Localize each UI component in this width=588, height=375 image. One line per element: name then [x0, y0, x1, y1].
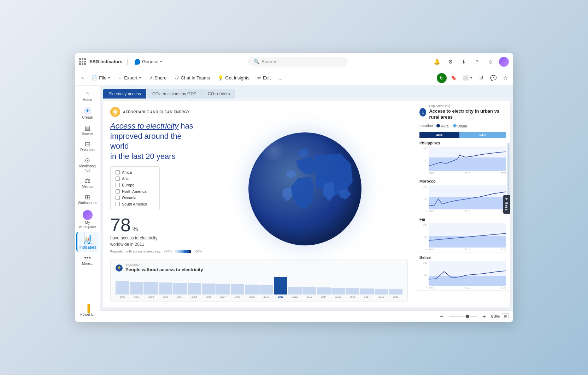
- report-category: AFFORDABLE AND CLEAN ENERGY: [123, 110, 190, 114]
- bar-chart-area: [116, 275, 402, 294]
- browse-icon: ▤: [84, 125, 90, 131]
- bar-2003: [159, 282, 172, 294]
- lightning-icon: ⚡: [116, 264, 123, 272]
- bar-label-2013: 2013: [302, 296, 316, 298]
- zoom-in-button[interactable]: +: [479, 311, 489, 321]
- checkbox-list: Africa Asia Europe: [110, 166, 160, 210]
- file-button[interactable]: 📄 File ▾: [88, 73, 113, 82]
- insights-label: Get insights: [225, 75, 249, 81]
- bar-label-2000: 2000: [116, 296, 129, 298]
- export-button[interactable]: ↔ Export ▾: [114, 73, 145, 82]
- legend-bar: Population with access to electricity: <…: [110, 250, 202, 253]
- checkbox-africa[interactable]: Africa: [116, 170, 154, 174]
- tab-co2gdp[interactable]: CO₂ emissions by GDP: [147, 89, 202, 99]
- report-canvas: AFFORDABLE AND CLEAN ENERGY Access to el…: [103, 101, 510, 308]
- filters-tab[interactable]: Filters: [503, 195, 510, 214]
- bar-label-2018: 2018: [375, 296, 388, 298]
- more-options-button[interactable]: ...: [275, 73, 286, 82]
- view-button[interactable]: ⬜▾: [461, 74, 474, 82]
- sidebar-item-powerbi[interactable]: ▐ Power BI: [76, 303, 99, 319]
- morocco-chart-wrap: 100500: [419, 185, 506, 213]
- edit-button[interactable]: ✏ Edit: [254, 73, 274, 82]
- legend-location-label: Location: [419, 124, 433, 128]
- chat-teams-button[interactable]: 🗨 Chat in Teams: [171, 73, 213, 82]
- checkbox-asia[interactable]: Asia: [116, 177, 154, 181]
- sidebar-item-metrics[interactable]: ⚖ Metrics: [76, 175, 99, 191]
- checkbox-europe[interactable]: Europe: [116, 183, 154, 187]
- sidebar-item-datahub[interactable]: ⊟ Data hub: [76, 139, 99, 154]
- search-input-wrap[interactable]: 🔍: [248, 57, 347, 66]
- bar-2002: [144, 282, 158, 294]
- refresh-button[interactable]: ↻: [437, 73, 447, 83]
- urban-dot: Urban: [453, 124, 467, 128]
- checkbox-oceania[interactable]: Oceania: [116, 196, 154, 200]
- zoom-out-button[interactable]: −: [437, 311, 447, 321]
- more-icon: •••: [84, 255, 91, 261]
- bar-label-2008: 2008: [231, 296, 245, 298]
- legend-max: >80%: [194, 250, 202, 253]
- export-chevron-icon: ▾: [139, 76, 141, 80]
- bar-2009: [245, 285, 259, 294]
- search-input[interactable]: [261, 59, 342, 64]
- sidebar-item-browse[interactable]: ▤ Browse: [76, 123, 99, 138]
- checkbox-southamerica[interactable]: South America: [116, 202, 154, 206]
- sun-icon: [110, 107, 120, 117]
- bar-label-2004: 2004: [173, 296, 187, 298]
- stat-desc1: have access to electricity: [110, 236, 202, 240]
- bar-label-2014: 2014: [317, 296, 331, 298]
- stat-unit: %: [131, 226, 138, 233]
- sidebar-label-home: Home: [83, 98, 92, 102]
- sidebar-item-home[interactable]: ⌂ Home: [76, 89, 99, 104]
- sidebar-item-monitoring[interactable]: ⊙ Monitoring hub: [76, 155, 99, 175]
- app-grid-icon[interactable]: [79, 58, 86, 65]
- charts-scroll[interactable]: Philippines 100500: [415, 138, 510, 308]
- sidebar-label-metrics: Metrics: [82, 185, 93, 189]
- cb-africa-box: [116, 170, 120, 174]
- bar-2008: [231, 284, 245, 294]
- bar-2012: [288, 287, 302, 294]
- tab-electricity[interactable]: Electricity access: [103, 89, 146, 99]
- search-icon: 🔍: [254, 59, 259, 64]
- sidebar-item-more[interactable]: ••• More...: [76, 252, 99, 268]
- app-window: ESG Indicators General ▾ 🔍 🔔 ⚙ ⬇ ? ☺ »: [75, 53, 513, 322]
- house-icon: ⌂: [419, 108, 426, 117]
- notifications-button[interactable]: 🔔: [432, 57, 442, 67]
- file-chevron-icon: ▾: [108, 76, 110, 80]
- report-title-highlight: Access to electricity: [110, 121, 178, 130]
- share-button[interactable]: ↗ Share: [145, 73, 170, 82]
- workspace-selector[interactable]: General ▾: [133, 58, 164, 66]
- sidebar-item-esg[interactable]: 📊 ESG Indicators: [76, 232, 99, 252]
- undo-button[interactable]: ↺: [476, 73, 486, 83]
- sidebar-item-create[interactable]: + Create: [76, 105, 99, 122]
- sidebar: ⌂ Home + Create ▤ Browse ⊟ Data hub ⊙ Mo…: [75, 86, 100, 322]
- get-insights-button[interactable]: 💡 Get insights: [214, 73, 253, 82]
- avatar[interactable]: [499, 57, 509, 67]
- zoom-slider[interactable]: [449, 316, 477, 317]
- download-button[interactable]: ⬇: [459, 57, 469, 67]
- tab-co2drivers[interactable]: CO₂ drivers: [202, 89, 235, 99]
- belize-x-labels: 200020102020: [429, 286, 506, 289]
- morocco-y-labels: 100500: [419, 185, 427, 213]
- urban-label: Urban: [457, 124, 467, 128]
- settings-button[interactable]: ⚙: [445, 57, 455, 67]
- checkbox-northamerica[interactable]: North America: [116, 189, 154, 194]
- sidebar-item-myworkspace[interactable]: My workspace: [76, 208, 99, 231]
- fit-to-screen-button[interactable]: ⊞: [502, 313, 509, 319]
- report-left: AFFORDABLE AND CLEAN ENERGY Access to el…: [103, 101, 415, 308]
- comment-button[interactable]: 💬: [488, 73, 498, 83]
- star-button[interactable]: ☆: [500, 73, 510, 83]
- fiji-chart: 200020102020: [429, 223, 506, 251]
- sidebar-item-workspaces[interactable]: ⊞ Workspaces: [76, 192, 99, 207]
- expand-toolbar-button[interactable]: »: [78, 73, 87, 82]
- bar-label-2001: 2001: [130, 296, 144, 298]
- help-button[interactable]: ?: [472, 57, 482, 67]
- bookmark-button[interactable]: 🔖: [449, 74, 459, 82]
- globe-svg: [248, 132, 361, 245]
- globe-visual: [248, 132, 361, 245]
- legend-label: Population with access to electricity:: [110, 250, 161, 253]
- monitoring-icon: ⊙: [85, 157, 90, 163]
- morocco-mini-chart: [429, 185, 506, 209]
- country-belize: Belize 100500: [415, 252, 510, 291]
- bar-2013: [302, 287, 316, 294]
- emoji-button[interactable]: ☺: [486, 57, 495, 67]
